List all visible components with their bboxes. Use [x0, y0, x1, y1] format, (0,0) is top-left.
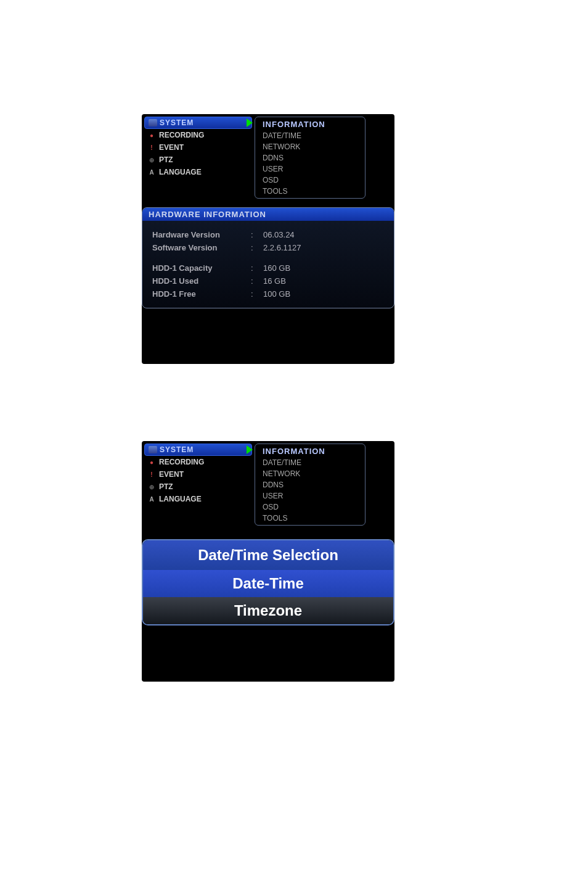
- system-icon: [149, 119, 157, 126]
- language-icon: A: [148, 168, 155, 176]
- menu-item-recording-2[interactable]: ● RECORDING: [144, 456, 252, 468]
- recording-icon: ●: [148, 131, 155, 139]
- hardware-row: Hardware Version : 06.03.24: [152, 228, 384, 241]
- hdd-capacity-label: HDD-1 Capacity: [152, 263, 251, 273]
- colon: :: [251, 289, 263, 299]
- system-icon: [149, 446, 157, 453]
- main-menu-2: SYSTEM ● RECORDING ! EVENT ⊕ PTZ A LANGU…: [144, 444, 252, 526]
- arrow-right-icon: [247, 445, 253, 454]
- system-label-2: SYSTEM: [160, 445, 194, 454]
- submenu-2: INFORMATION DATE/TIME NETWORK DDNS USER …: [255, 444, 365, 526]
- recording-icon: ●: [148, 458, 155, 466]
- ptz-icon: ⊕: [148, 483, 155, 490]
- ptz-label: PTZ: [159, 155, 173, 164]
- hardware-header: HARDWARE INFORMATION: [142, 208, 394, 221]
- menu-container-2: SYSTEM ● RECORDING ! EVENT ⊕ PTZ A LANGU…: [142, 441, 394, 528]
- submenu-user-2[interactable]: USER: [260, 490, 360, 502]
- hw-version-value: 06.03.24: [263, 230, 295, 239]
- menu-item-language-2[interactable]: A LANGUAGE: [144, 493, 252, 505]
- submenu-tools-2[interactable]: TOOLS: [260, 513, 360, 524]
- system-menu-header-2[interactable]: SYSTEM: [144, 444, 252, 456]
- submenu-osd-2[interactable]: OSD: [260, 502, 360, 513]
- recording-label-2: RECORDING: [159, 458, 204, 466]
- hardware-row: HDD-1 Capacity : 160 GB: [152, 262, 384, 275]
- hardware-info-panel: HARDWARE INFORMATION Hardware Version : …: [142, 207, 394, 308]
- system-label: SYSTEM: [160, 118, 194, 127]
- hardware-row: HDD-1 Free : 100 GB: [152, 287, 384, 300]
- hw-version-label: Hardware Version: [152, 230, 251, 239]
- hardware-body: Hardware Version : 06.03.24 Software Ver…: [142, 221, 394, 308]
- hardware-row: HDD-1 Used : 16 GB: [152, 275, 384, 287]
- submenu: INFORMATION DATE/TIME NETWORK DDNS USER …: [255, 117, 365, 199]
- datetime-selection-panel: Date/Time Selection Date-Time Timezone: [142, 539, 394, 625]
- language-label: LANGUAGE: [159, 168, 202, 176]
- submenu-network[interactable]: NETWORK: [260, 141, 360, 152]
- submenu-network-2[interactable]: NETWORK: [260, 468, 360, 479]
- menu-item-ptz-2[interactable]: ⊕ PTZ: [144, 481, 252, 493]
- sw-version-value: 2.2.6.1127: [263, 243, 301, 252]
- event-icon: !: [148, 144, 155, 151]
- colon: :: [251, 263, 263, 273]
- colon: :: [251, 276, 263, 286]
- hdd-free-label: HDD-1 Free: [152, 289, 251, 299]
- menu-item-language[interactable]: A LANGUAGE: [144, 166, 252, 178]
- screenshot-panel-2: SYSTEM ● RECORDING ! EVENT ⊕ PTZ A LANGU…: [142, 441, 394, 682]
- submenu-header: INFORMATION: [260, 118, 360, 130]
- menu-item-event-2[interactable]: ! EVENT: [144, 468, 252, 481]
- hardware-row: Software Version : 2.2.6.1127: [152, 241, 384, 254]
- datetime-header: Date/Time Selection: [143, 540, 393, 570]
- submenu-ddns-2[interactable]: DDNS: [260, 479, 360, 490]
- arrow-right-icon: [247, 118, 253, 127]
- language-icon: A: [148, 495, 155, 503]
- ptz-label-2: PTZ: [159, 482, 173, 491]
- submenu-datetime-2[interactable]: DATE/TIME: [260, 457, 360, 468]
- menu-item-event[interactable]: ! EVENT: [144, 141, 252, 154]
- hdd-free-value: 100 GB: [263, 289, 290, 299]
- colon: :: [251, 243, 263, 252]
- system-menu-header[interactable]: SYSTEM: [144, 117, 252, 129]
- hdd-used-label: HDD-1 Used: [152, 276, 251, 286]
- submenu-datetime[interactable]: DATE/TIME: [260, 130, 360, 141]
- event-icon: !: [148, 471, 155, 478]
- language-label-2: LANGUAGE: [159, 495, 202, 503]
- menu-item-recording[interactable]: ● RECORDING: [144, 129, 252, 141]
- sw-version-label: Software Version: [152, 243, 251, 252]
- hdd-capacity-value: 160 GB: [263, 263, 290, 273]
- colon: :: [251, 230, 263, 239]
- recording-label: RECORDING: [159, 131, 204, 139]
- submenu-header-2: INFORMATION: [260, 445, 360, 457]
- main-menu: SYSTEM ● RECORDING ! EVENT ⊕ PTZ A LANGU…: [144, 117, 252, 199]
- menu-item-ptz[interactable]: ⊕ PTZ: [144, 154, 252, 166]
- submenu-user[interactable]: USER: [260, 163, 360, 175]
- submenu-ddns[interactable]: DDNS: [260, 152, 360, 163]
- submenu-osd[interactable]: OSD: [260, 175, 360, 186]
- menu-container: SYSTEM ● RECORDING ! EVENT ⊕ PTZ A LANGU…: [142, 114, 394, 201]
- hdd-used-value: 16 GB: [263, 276, 286, 286]
- submenu-tools[interactable]: TOOLS: [260, 186, 360, 197]
- datetime-option-timezone[interactable]: Timezone: [143, 597, 393, 624]
- ptz-icon: ⊕: [148, 156, 155, 163]
- event-label-2: EVENT: [159, 470, 184, 479]
- screenshot-panel-1: SYSTEM ● RECORDING ! EVENT ⊕ PTZ A LANGU…: [142, 114, 394, 364]
- event-label: EVENT: [159, 143, 184, 152]
- datetime-option-datetime[interactable]: Date-Time: [143, 570, 393, 597]
